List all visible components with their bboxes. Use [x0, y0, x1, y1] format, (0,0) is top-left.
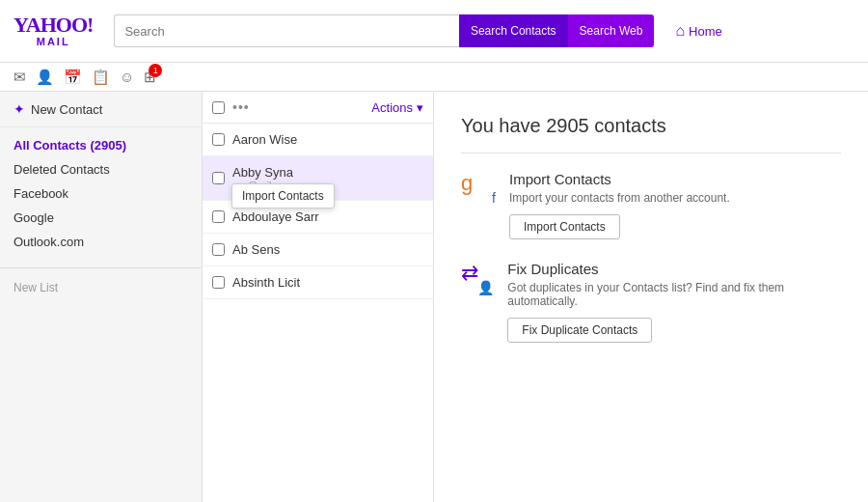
import-contacts-button[interactable]: Import Contacts — [509, 214, 620, 239]
contact-name: Abby Syna — [232, 165, 294, 180]
sidebar-nav: All Contacts (2905) Deleted Contacts Fac… — [0, 127, 202, 260]
import-description: Import your contacts from another accoun… — [509, 191, 730, 205]
actions-button[interactable]: Actions ▾ — [371, 100, 423, 115]
sidebar-item-outlook[interactable]: Outlook.com — [0, 230, 202, 254]
yahoo-logo-text: YAHOO! — [14, 14, 93, 36]
actions-chevron-icon: ▾ — [417, 100, 423, 115]
new-contact-icon: ✦ — [14, 101, 25, 117]
more-options-icon[interactable]: ••• — [232, 99, 250, 115]
contact-item[interactable]: Abby Syna a...@...il.com Import Contacts — [203, 156, 433, 201]
header: YAHOO! MAIL Search Contacts Search Web ⌂… — [0, 0, 868, 63]
contact-checkbox[interactable] — [212, 210, 225, 223]
notepad-icon[interactable]: 📋 — [92, 69, 110, 86]
contact-name: Abdoulaye Sarr — [232, 209, 319, 224]
import-heading: Import Contacts — [509, 171, 730, 187]
contact-list-area: ••• Actions ▾ Aaron Wise Abby Syna a...@… — [203, 92, 434, 502]
contact-checkbox[interactable] — [212, 133, 225, 146]
search-bar: Search Contacts Search Web — [114, 14, 654, 47]
contact-name: Ab Sens — [232, 242, 280, 257]
contact-checkbox[interactable] — [212, 243, 225, 256]
fix-duplicates-section: ⇄ 👤 Fix Duplicates Got duplicates in you… — [461, 261, 841, 343]
search-contacts-button[interactable]: Search Contacts — [459, 14, 568, 47]
contacts-icon[interactable]: 👤 — [36, 69, 54, 86]
sidebar-item-deleted-contacts[interactable]: Deleted Contacts — [0, 157, 202, 181]
panel-divider — [461, 153, 841, 153]
mail-logo-text: MAIL — [37, 36, 70, 47]
sidebar-item-facebook[interactable]: Facebook — [0, 181, 202, 206]
import-section-content: Import Contacts Import your contacts fro… — [509, 171, 730, 239]
home-label: Home — [689, 24, 722, 39]
smiley-icon[interactable]: ☺ — [120, 69, 134, 85]
yahoo-logo: YAHOO! MAIL — [14, 14, 93, 47]
fix-section-content: Fix Duplicates Got duplicates in your Co… — [507, 261, 841, 343]
new-contact-button[interactable]: ✦ New Contact — [0, 92, 202, 127]
contact-item[interactable]: Absinth Licit — [203, 266, 433, 299]
notification-badge: 1 — [149, 64, 162, 77]
import-contacts-section: g f Import Contacts Import your contacts… — [461, 171, 841, 239]
facebook-icon: f — [492, 190, 496, 206]
contact-item[interactable]: Aaron Wise — [203, 124, 433, 156]
import-contacts-icon: g f — [461, 171, 496, 206]
apps-icon[interactable]: ⊞ 1 — [144, 69, 156, 86]
contact-name: Aaron Wise — [232, 132, 297, 147]
search-input[interactable] — [114, 14, 458, 47]
sidebar: ✦ New Contact All Contacts (2905) Delete… — [0, 92, 203, 502]
fix-duplicates-heading: Fix Duplicates — [507, 261, 841, 277]
search-web-button[interactable]: Search Web — [568, 14, 655, 47]
fix-duplicate-contacts-button[interactable]: Fix Duplicate Contacts — [507, 318, 652, 343]
envelope-icon[interactable]: ✉ — [14, 69, 26, 86]
contact-item[interactable]: Ab Sens — [203, 234, 433, 266]
panel-title: You have 2905 contacts — [461, 115, 841, 137]
nav-icons-bar: ✉ 👤 📅 📋 ☺ ⊞ 1 — [0, 63, 868, 92]
fix-duplicates-icon: ⇄ 👤 — [461, 261, 494, 295]
calendar-icon[interactable]: 📅 — [64, 69, 82, 86]
main-layout: ✦ New Contact All Contacts (2905) Delete… — [0, 92, 868, 502]
new-contact-label: New Contact — [31, 102, 102, 117]
home-icon: ⌂ — [675, 22, 685, 40]
actions-label: Actions — [371, 100, 413, 115]
contact-checkbox[interactable] — [212, 172, 225, 184]
duplicate-icon: ⇄ — [461, 261, 478, 285]
contact-name: Absinth Licit — [232, 275, 300, 290]
contact-list-toolbar: ••• Actions ▾ — [203, 92, 433, 124]
import-contacts-tooltip: Import Contacts — [231, 183, 335, 209]
sidebar-divider — [0, 267, 202, 268]
sidebar-item-google[interactable]: Google — [0, 206, 202, 230]
right-panel: You have 2905 contacts g f Import Contac… — [434, 92, 868, 502]
person-dup-icon: 👤 — [477, 280, 494, 295]
contact-checkbox[interactable] — [212, 276, 225, 289]
sidebar-item-all-contacts[interactable]: All Contacts (2905) — [0, 133, 202, 157]
google-icon: g — [461, 171, 473, 196]
fix-duplicates-description: Got duplicates in your Contacts list? Fi… — [507, 281, 841, 308]
select-all-checkbox[interactable] — [212, 101, 225, 114]
contact-items: Aaron Wise Abby Syna a...@...il.com Impo… — [203, 124, 433, 502]
home-button[interactable]: ⌂ Home — [675, 22, 721, 40]
new-list-label: New List — [0, 276, 202, 299]
